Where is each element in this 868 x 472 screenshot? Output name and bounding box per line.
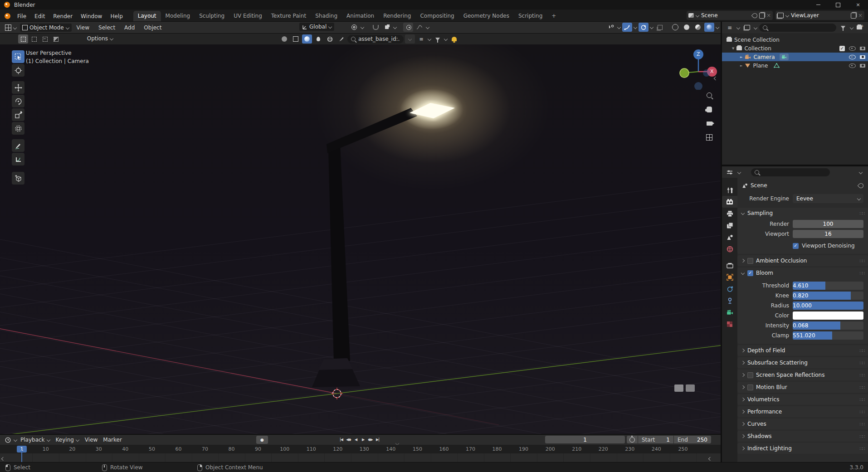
tool-move[interactable]: [12, 81, 24, 94]
menu-render[interactable]: Render: [49, 11, 77, 21]
select-mode-new-icon[interactable]: [18, 34, 28, 44]
select-mode-invert-icon[interactable]: [51, 34, 61, 44]
menu-file[interactable]: File: [13, 11, 30, 21]
motion-blur-checkbox[interactable]: ✓: [747, 384, 753, 390]
tab-scene[interactable]: [722, 231, 737, 243]
tab-world[interactable]: [722, 243, 737, 255]
outliner-filter-image-icon[interactable]: [742, 23, 752, 32]
chevron-down-icon[interactable]: [716, 25, 719, 29]
minimize-button[interactable]: [808, 0, 828, 10]
panel-grip[interactable]: ∷∷: [859, 434, 864, 439]
chevron-down-icon[interactable]: [426, 25, 429, 29]
current-frame-field[interactable]: 1: [545, 436, 625, 443]
blenderkit-brush-icon[interactable]: [336, 34, 346, 44]
new-collection-icon[interactable]: +: [855, 23, 865, 32]
tool-scale[interactable]: [12, 108, 24, 121]
tool-transform[interactable]: [12, 122, 24, 135]
show-overlays-icon[interactable]: [639, 23, 649, 32]
add-workspace-button[interactable]: +: [547, 11, 561, 21]
tab-texture-paint[interactable]: Texture Paint: [267, 11, 311, 21]
chevron-down-icon[interactable]: [444, 37, 448, 41]
tool-cursor[interactable]: [12, 64, 24, 77]
collapse-region-icon[interactable]: [714, 77, 717, 80]
panel-grip[interactable]: ∷∷: [859, 271, 864, 276]
maximize-button[interactable]: [828, 0, 848, 10]
tab-view-layer[interactable]: [722, 219, 737, 231]
indirect-lighting-header[interactable]: Indirect Lighting∷∷: [737, 443, 868, 454]
blenderkit-scene-icon[interactable]: [291, 34, 301, 44]
outliner-row-scene-collection[interactable]: Scene Collection: [722, 35, 868, 44]
tool-measure[interactable]: [12, 153, 24, 165]
motion-blur-header[interactable]: ✓Motion Blur∷∷: [737, 382, 868, 393]
end-frame-field[interactable]: End 250: [674, 436, 711, 443]
tab-output[interactable]: [722, 208, 737, 219]
remove-viewlayer-icon[interactable]: ×: [858, 12, 863, 19]
disable-render-icon[interactable]: [860, 47, 865, 50]
chevron-down-icon[interactable]: [850, 26, 853, 29]
tab-layout[interactable]: Layout: [133, 11, 161, 21]
viewport-canvas[interactable]: User Perspective (1) Collection | Camera: [0, 44, 721, 434]
menu-edit[interactable]: Edit: [30, 11, 49, 21]
jump-to-end-button[interactable]: ▶|: [374, 436, 381, 443]
proportional-editing-icon[interactable]: [403, 23, 413, 32]
tab-compositing[interactable]: Compositing: [415, 11, 458, 21]
timeline-editor-icon[interactable]: [3, 435, 13, 444]
outliner-row-plane[interactable]: ► Plane: [722, 61, 868, 70]
asset-list-icon[interactable]: ≡: [416, 34, 426, 44]
tab-animation[interactable]: Animation: [342, 11, 379, 21]
editor-type-button[interactable]: [3, 24, 19, 32]
gizmo-free-orbit-dot[interactable]: [703, 69, 710, 77]
panel-grip[interactable]: ∷∷: [859, 397, 864, 402]
panel-grip[interactable]: ∷∷: [859, 409, 864, 414]
tab-collection[interactable]: [722, 259, 737, 271]
render-samples-field[interactable]: 100: [793, 220, 863, 228]
gizmo-y-neg[interactable]: [680, 68, 689, 78]
panel-grip[interactable]: ∷∷: [859, 385, 864, 390]
timeline-menu-playback[interactable]: Playback: [18, 436, 53, 444]
hide-eye-icon[interactable]: [849, 55, 856, 59]
shading-material-icon[interactable]: [693, 23, 703, 32]
jump-to-start-button[interactable]: |◀: [338, 436, 345, 443]
tab-modeling[interactable]: Modeling: [161, 11, 195, 21]
preview-range-icon[interactable]: [627, 436, 638, 443]
timeline-menu-keying[interactable]: Keying: [54, 436, 82, 444]
viewport-menu-add[interactable]: Add: [120, 23, 139, 33]
viewport-samples-field[interactable]: 16: [793, 230, 863, 238]
disable-render-icon[interactable]: [860, 55, 865, 59]
disclosure-triangle-icon[interactable]: ►: [740, 64, 742, 68]
properties-search-input[interactable]: [751, 168, 830, 176]
gizmo-z-neg[interactable]: [694, 82, 702, 90]
tab-physics[interactable]: [722, 283, 737, 295]
collection-checkbox[interactable]: ✓: [839, 46, 845, 51]
disable-render-icon[interactable]: [860, 64, 865, 68]
play-reverse-button[interactable]: ◀: [352, 436, 359, 443]
tool-rotate[interactable]: [12, 95, 24, 107]
knee-slider[interactable]: 0.820: [793, 292, 863, 300]
perspective-toggle-icon[interactable]: [704, 132, 715, 143]
clamp-slider[interactable]: 551.020: [793, 331, 863, 340]
next-keyframe-button[interactable]: ◆▶: [367, 436, 374, 443]
blender-menu-icon[interactable]: [5, 13, 10, 19]
blenderkit-hdr-icon[interactable]: [325, 34, 335, 44]
shading-wireframe-icon[interactable]: [670, 23, 680, 32]
color-swatch[interactable]: [793, 311, 863, 320]
object-visibility-icon[interactable]: [606, 23, 616, 32]
viewlayer-selector[interactable]: ViewLayer ×: [775, 11, 864, 20]
chevron-down-icon[interactable]: [428, 37, 431, 41]
threshold-slider[interactable]: 4.610: [793, 282, 863, 290]
tab-object[interactable]: [722, 271, 737, 283]
sampling-panel-header[interactable]: Sampling ∷∷: [737, 208, 868, 219]
viewport-denoising-checkbox[interactable]: ✓: [793, 243, 799, 249]
unlink-scene-icon[interactable]: ×: [766, 12, 771, 19]
pivot-point-icon[interactable]: [349, 23, 359, 32]
collapse-timeline-icon[interactable]: [708, 457, 712, 461]
panel-grip[interactable]: ∷∷: [859, 348, 864, 353]
curves-header[interactable]: Curves∷∷: [737, 418, 868, 429]
chevron-down-icon[interactable]: [736, 26, 740, 29]
show-gizmo-icon[interactable]: [622, 23, 632, 32]
viewport-menu-view[interactable]: View: [73, 23, 93, 33]
proportional-falloff-icon[interactable]: [414, 23, 424, 32]
select-mode-extend-icon[interactable]: [29, 34, 39, 44]
timeline-tracks[interactable]: [0, 453, 721, 462]
options-dropdown[interactable]: Options: [85, 34, 116, 43]
